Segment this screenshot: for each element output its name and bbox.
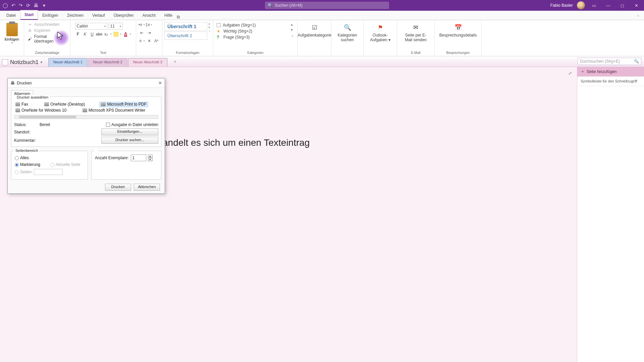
printer-ms-pdf[interactable]: Microsoft Print to PDF [100, 102, 148, 107]
printer-fax[interactable]: Fax [14, 102, 30, 107]
printer-icon [15, 108, 20, 112]
spin-down-icon[interactable]: ▼ [148, 158, 153, 161]
sync-icon[interactable]: ⟳ [26, 3, 30, 8]
style-heading1[interactable]: Überschrift 1 [164, 22, 207, 31]
chevron-down-icon[interactable]: ▾ [291, 27, 294, 32]
section-search-input[interactable]: Durchsuchen (Strg+E) 🔍 [578, 58, 641, 65]
notebook-name[interactable]: Notizbuch1 [10, 59, 39, 66]
printer-icon: 🖶 [10, 80, 15, 85]
add-page-button[interactable]: ＋ Seite hinzufügen [577, 67, 644, 76]
numbering-button[interactable]: 1≡ [146, 21, 153, 28]
expand-icon[interactable]: ⤢ [568, 70, 572, 76]
star-icon [217, 29, 221, 34]
cut-button: ✂Ausschneiden [28, 21, 67, 27]
dialog-title: Drucken [17, 81, 32, 85]
range-selection-radio[interactable]: Markierung [15, 162, 40, 167]
tab-ansicht[interactable]: Ansicht [138, 11, 160, 20]
share-icon[interactable]: ⧉ [177, 14, 180, 20]
win-notes-icon[interactable]: ▭ [589, 3, 599, 8]
undo-icon[interactable]: ↶ [11, 3, 15, 8]
email-page-button[interactable]: ✉ Seite per E-Mail senden [402, 21, 430, 42]
subscript-button[interactable]: x₂ [103, 31, 112, 37]
collapse-ribbon-icon[interactable]: ˄ [637, 15, 639, 20]
task-category-button[interactable]: ☑ Aufgabenkategorie [301, 21, 329, 38]
avatar[interactable] [577, 1, 585, 9]
back-icon[interactable]: ◯ [3, 3, 8, 8]
minimize-icon[interactable]: — [603, 3, 613, 8]
search-input[interactable]: 🔍 Suchen (Alt+M) [265, 2, 389, 9]
tab-zeichnen[interactable]: Zeichnen [63, 11, 88, 20]
search-placeholder: Suchen (Alt+M) [275, 3, 303, 8]
format-painter-button[interactable]: 🖌Format übertragen [28, 34, 67, 44]
highlight-button[interactable] [113, 31, 122, 37]
range-current-radio: Aktuelle Seite [50, 162, 80, 167]
underline-button[interactable]: U [89, 31, 95, 37]
print-to-file-checkbox[interactable] [106, 123, 110, 127]
styles-pane-button[interactable]: Aᵃ [153, 38, 160, 44]
search-categories-button[interactable]: 🔍 Kategorien suchen [333, 21, 362, 42]
meeting-details-button[interactable]: 📅 Besprechungsdetails [444, 21, 472, 38]
tab-datei[interactable]: Datei [2, 11, 20, 20]
indent-button[interactable]: ⇥ [146, 29, 153, 36]
gallery-more-icon[interactable]: ⌄ [291, 33, 294, 38]
chevron-down-icon[interactable]: ▾ [209, 26, 211, 29]
section-tab-1[interactable]: Neuer Abschnitt 1 [48, 58, 88, 67]
printer-onenote-win10[interactable]: OneNote for Windows 10 [14, 108, 68, 113]
category-important[interactable]: Wichtig (Strg+2) [217, 28, 291, 34]
font-size-combo[interactable]: 11▾ [109, 23, 123, 29]
printer-list-scrollbar[interactable] [14, 115, 158, 119]
user-name[interactable]: Fabio Basler [550, 3, 573, 8]
range-all-radio[interactable]: Alles [15, 156, 84, 160]
printer-list[interactable]: Fax OneNote (Desktop) Microsoft Print to… [14, 102, 158, 113]
spin-up-icon[interactable]: ▲ [148, 155, 153, 158]
print-icon[interactable]: 🖶 [34, 3, 38, 8]
align-button[interactable]: ≡ [139, 38, 145, 44]
close-window-icon[interactable]: ✕ [631, 3, 641, 8]
search-placeholder: Durchsuchen (Strg+E) [580, 59, 620, 64]
printer-ms-xps[interactable]: Microsoft XPS Document Writer [81, 108, 147, 113]
bullets-button[interactable]: •≡ [139, 21, 145, 28]
font-name-combo[interactable]: Calibri▾ [75, 23, 107, 29]
section-tab-3[interactable]: Neuer Abschnitt 3 [128, 58, 167, 67]
maximize-icon[interactable]: ◻ [617, 3, 627, 8]
copies-input[interactable]: 1 [131, 155, 146, 161]
close-dialog-button[interactable]: ✕ [158, 80, 162, 85]
chevron-up-icon[interactable]: ▴ [291, 22, 294, 27]
qat-customize-icon[interactable]: ▾ [43, 3, 45, 8]
style-heading2[interactable]: Überschrift 2 [164, 32, 207, 40]
envelope-icon: ✉ [411, 23, 421, 32]
tab-verlauf[interactable]: Verlauf [88, 11, 109, 20]
cancel-button[interactable]: Abbrechen [134, 184, 160, 191]
printer-settings-button[interactable]: Einstellungen... [101, 128, 158, 135]
category-question[interactable]: Frage (Strg+3) [217, 34, 291, 40]
find-printer-button[interactable]: Drucker suchen... [101, 137, 158, 144]
tab-ueberpruefen[interactable]: Überprüfen [109, 11, 138, 20]
chevron-up-icon[interactable]: ▴ [209, 22, 211, 25]
font-color-button[interactable] [123, 31, 131, 37]
paste-button[interactable]: Einfügen ▾ [5, 21, 19, 44]
clear-format-button[interactable]: ✕ [146, 38, 153, 44]
styles-more-icon[interactable]: ⌄ [209, 29, 211, 33]
checkbox-check-icon: ☑ [310, 23, 319, 32]
print-button[interactable]: Drucken [105, 184, 131, 191]
tab-einfuegen[interactable]: Einfügen [38, 11, 62, 20]
category-task[interactable]: Aufgaben (Strg+1) [217, 22, 291, 28]
strikethrough-button[interactable]: abc [96, 31, 102, 37]
search-icon: 🔍 [268, 3, 273, 8]
page-list-item[interactable]: Symbolleiste für den Schnellzugriff [577, 76, 644, 86]
outdent-button[interactable]: ⇤ [139, 29, 145, 36]
redo-icon[interactable]: ↷ [19, 3, 23, 8]
section-tab-2[interactable]: Neuer Abschnitt 2 [88, 58, 127, 67]
tab-start[interactable]: Start [20, 10, 38, 20]
outlook-tasks-button[interactable]: ⚑ Outlook-Aufgaben ▾ [366, 21, 394, 42]
add-section-button[interactable]: ＋ [168, 58, 182, 67]
notebook-icon[interactable] [2, 59, 8, 65]
bold-button[interactable]: F [75, 31, 81, 37]
chevron-down-icon: ▾ [104, 25, 106, 28]
printer-onenote-desktop[interactable]: OneNote (Desktop) [43, 102, 86, 107]
label-comment: Kommentar: [14, 138, 40, 143]
printer-icon [15, 102, 20, 106]
chevron-down-icon[interactable]: ▼ [40, 61, 43, 64]
tab-hilfe[interactable]: Hilfe [160, 11, 177, 20]
italic-button[interactable]: K [82, 31, 88, 37]
